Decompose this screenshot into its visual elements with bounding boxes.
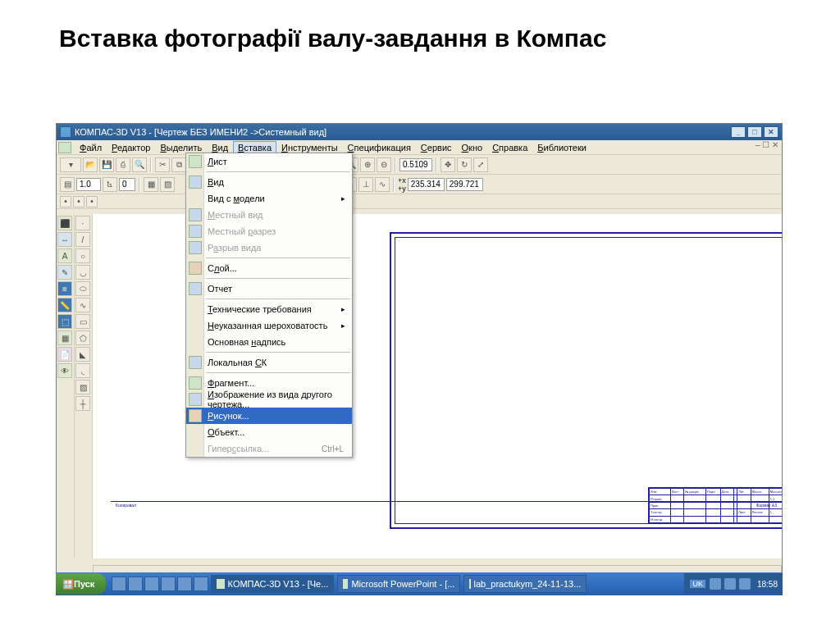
circle-icon[interactable]: ○ bbox=[75, 248, 90, 263]
ortho-button[interactable]: ⊥ bbox=[358, 177, 373, 192]
coord-y[interactable]: 299.721 bbox=[446, 178, 483, 191]
sel-icon[interactable]: ⬚ bbox=[57, 314, 72, 329]
layer2-button[interactable]: ▨ bbox=[160, 177, 175, 192]
zoom-input[interactable]: 1.0 bbox=[76, 178, 101, 191]
paper-footer: Копировал Формат A3 bbox=[111, 501, 782, 511]
menu-item[interactable]: Фрагмент... bbox=[186, 375, 352, 391]
doc-icon bbox=[58, 142, 71, 153]
ql-icon[interactable] bbox=[128, 577, 143, 591]
ql-icon[interactable] bbox=[194, 577, 208, 591]
menu-item[interactable]: Вид с модели▸ bbox=[186, 190, 352, 207]
zoom3-button[interactable]: ⊖ bbox=[377, 157, 391, 172]
start-button[interactable]: 🪟 Пуск bbox=[56, 573, 106, 595]
ellipse-icon[interactable]: ⬭ bbox=[75, 281, 90, 296]
coord-x[interactable]: 235.314 bbox=[408, 178, 445, 191]
menu-библиотеки[interactable]: Библиотеки bbox=[532, 141, 591, 154]
ch-icon[interactable]: ◣ bbox=[75, 347, 90, 362]
toolbar-main[interactable]: ▾ 📂 💾 ⎙ 🔍 ✂ ⧉ 📋 🔍 ⊕ ⊖ 0.5109 ✥ ↻ ⤢ bbox=[57, 155, 782, 175]
menu-item[interactable]: Локальная СК bbox=[186, 354, 352, 371]
menu-item[interactable]: Вид bbox=[186, 174, 352, 190]
view-btn2[interactable]: t₁ bbox=[103, 177, 117, 192]
titlebar-text: КОМПАС-3D V13 - [Чертеж БЕЗ ИМЕНИ2 ->Сис… bbox=[75, 127, 326, 137]
axis-icon[interactable]: ┼ bbox=[75, 396, 90, 411]
menu-справка[interactable]: Справка bbox=[487, 141, 532, 154]
t-input[interactable]: 0 bbox=[119, 178, 135, 191]
arc-icon[interactable]: ◡ bbox=[75, 265, 90, 280]
mdi-buttons[interactable]: – ☐ ✕ bbox=[756, 140, 778, 149]
paper-inner: ИзмЛист№ докумПодпДатаЛитМассаМасштабРаз… bbox=[395, 237, 782, 524]
tool-panel[interactable]: · / ○ ◡ ⬭ ∿ ▭ ⬠ ◣ ◟ ▨ ┼ bbox=[75, 214, 93, 558]
p1[interactable]: • bbox=[60, 196, 71, 207]
pan-button[interactable]: ✥ bbox=[441, 157, 455, 172]
compact-panel[interactable]: ⬛ ↔ A ✎ ≡ 📏 ⬚ ▦ 📄 👁 bbox=[57, 214, 75, 558]
menu-файл[interactable]: Файл bbox=[75, 141, 107, 154]
rep-icon[interactable]: 📄 bbox=[57, 347, 72, 362]
poly-icon[interactable]: ⬠ bbox=[75, 330, 90, 345]
toolbar-view[interactable]: ▤ 1.0 t₁ 0 ▦ ▨ ↔ ⊥ ∿ +x+y 235.314 299.72… bbox=[57, 175, 782, 194]
save-button[interactable]: 💾 bbox=[99, 157, 114, 172]
view-icon[interactable]: 👁 bbox=[57, 363, 72, 378]
p3[interactable]: • bbox=[86, 196, 98, 207]
tray-icon[interactable] bbox=[710, 578, 721, 590]
print-button[interactable]: ⎙ bbox=[116, 157, 130, 172]
cut-button[interactable]: ✂ bbox=[155, 157, 170, 172]
spec-icon[interactable]: ▦ bbox=[57, 330, 72, 345]
layer-button[interactable]: ▦ bbox=[144, 177, 158, 192]
taskbar[interactable]: 🪟 Пуск КОМПАС-3D V13 - [Че...Microsoft P… bbox=[56, 572, 783, 595]
ql-icon[interactable] bbox=[112, 577, 126, 591]
preview-button[interactable]: 🔍 bbox=[132, 157, 147, 172]
pt-icon[interactable]: · bbox=[75, 216, 90, 230]
menubar[interactable]: ФайлРедакторВыделитьВидВставкаИнструмент… bbox=[57, 140, 782, 155]
geom-icon[interactable]: ⬛ bbox=[57, 216, 72, 230]
hatch-icon[interactable]: ▨ bbox=[75, 380, 90, 394]
menu-item[interactable]: Технические требования▸ bbox=[186, 301, 352, 317]
menu-item[interactable]: Рисунок... bbox=[186, 408, 352, 424]
window-buttons[interactable]: _□✕ bbox=[729, 126, 778, 138]
tray-icon[interactable] bbox=[724, 578, 736, 590]
kompas-window: КОМПАС-3D V13 - [Чертеж БЕЗ ИМЕНИ2 ->Сис… bbox=[56, 123, 783, 595]
work-area: ⬛ ↔ A ✎ ≡ 📏 ⬚ ▦ 📄 👁 · / ○ ◡ ⬭ ∿ ▭ ⬠ ◣ ◟ … bbox=[57, 214, 782, 558]
spline-icon[interactable]: ∿ bbox=[75, 298, 90, 312]
taskbar-item[interactable]: Microsoft PowerPoint - [... bbox=[337, 575, 460, 593]
dim-icon[interactable]: ↔ bbox=[57, 232, 72, 247]
lang-indicator[interactable]: UK bbox=[689, 579, 706, 589]
text-icon[interactable]: A bbox=[57, 248, 72, 263]
toolbar-props[interactable]: • • • bbox=[57, 194, 782, 209]
insert-menu-dropdown[interactable]: ЛистВидВид с модели▸Местный видМестный р… bbox=[185, 153, 353, 458]
menu-item[interactable]: Основная надпись bbox=[186, 334, 352, 350]
new-button[interactable]: ▾ bbox=[60, 157, 81, 172]
menu-item[interactable]: Объект... bbox=[186, 424, 352, 440]
param-icon[interactable]: ≡ bbox=[57, 281, 72, 296]
meas-icon[interactable]: 📏 bbox=[57, 298, 72, 312]
menu-item[interactable]: Отчет bbox=[186, 280, 352, 297]
ql-icon[interactable] bbox=[144, 577, 159, 591]
fil-icon[interactable]: ◟ bbox=[75, 363, 90, 378]
line-icon[interactable]: / bbox=[75, 232, 90, 247]
ql-icon[interactable] bbox=[177, 577, 192, 591]
taskbar-item[interactable]: lab_practukym_24-11-13... bbox=[463, 575, 587, 593]
fit-button[interactable]: ⤢ bbox=[473, 157, 488, 172]
zoom2-button[interactable]: ⊕ bbox=[360, 157, 375, 172]
rect-icon[interactable]: ▭ bbox=[75, 314, 90, 329]
edit-icon[interactable]: ✎ bbox=[57, 265, 72, 280]
menu-спецификация[interactable]: Спецификация bbox=[343, 141, 416, 154]
orbit-button[interactable]: ↻ bbox=[457, 157, 472, 172]
scale-input[interactable]: 0.5109 bbox=[399, 158, 432, 171]
menu-item[interactable]: Изображение из вида другого чертежа... bbox=[186, 391, 352, 408]
ql-icon[interactable] bbox=[161, 577, 176, 591]
tray[interactable]: UK 18:58 bbox=[684, 573, 783, 595]
menu-item[interactable]: Неуказанная шероховатость▸ bbox=[186, 317, 352, 334]
clock: 18:58 bbox=[757, 580, 778, 589]
taskbar-item[interactable]: КОМПАС-3D V13 - [Че... bbox=[211, 575, 334, 593]
p2[interactable]: • bbox=[73, 196, 84, 207]
menu-item[interactable]: Слой... bbox=[186, 260, 352, 276]
menu-редактор[interactable]: Редактор bbox=[107, 141, 155, 154]
tray-icon[interactable] bbox=[739, 578, 751, 590]
snap-button[interactable]: ∿ bbox=[375, 177, 390, 192]
open-button[interactable]: 📂 bbox=[83, 157, 98, 172]
menu-сервис[interactable]: Сервис bbox=[416, 141, 457, 154]
menu-item[interactable]: Лист bbox=[186, 153, 352, 170]
copy-button[interactable]: ⧉ bbox=[171, 157, 186, 172]
menu-окно[interactable]: Окно bbox=[457, 141, 488, 154]
view-btn1[interactable]: ▤ bbox=[60, 177, 75, 192]
